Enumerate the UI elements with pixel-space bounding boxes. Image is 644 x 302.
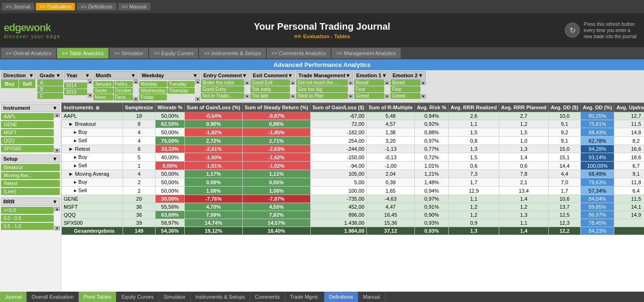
sidebar-instrument-scroll-up[interactable]: ▲ <box>54 113 60 117</box>
filter-month-jan[interactable]: January <box>93 81 113 87</box>
filter-weekday-fri[interactable]: Friday <box>139 94 167 100</box>
nav-manual[interactable]: >> Manual <box>118 3 150 10</box>
tab-simulator[interactable]: >> Simulator <box>109 48 148 58</box>
filter-trade-scroll-down[interactable]: ▼ <box>348 94 353 98</box>
filter-grade-a[interactable]: A <box>37 80 63 86</box>
filter-weekday-wed[interactable]: Wednesday <box>139 88 167 94</box>
filter-year-2015[interactable]: 2015 <box>64 89 87 95</box>
sidebar-setup-leer[interactable]: (Leer) <box>1 188 60 195</box>
filter-emotion2-bored[interactable]: Bored <box>390 80 421 86</box>
filter-emotion1-greed[interactable]: Greed <box>354 93 384 99</box>
filter-grade-c[interactable]: C <box>37 93 63 99</box>
refresh-button[interactable]: ↻ <box>565 23 580 38</box>
th-sum-gain-loss-dollar[interactable]: Sum of Gain/Loss ($) <box>310 103 366 112</box>
filter-emotion1-fear[interactable]: Fear <box>354 86 384 92</box>
th-sum-gain-loss-pct[interactable]: Sum of Gain/Loss (%) <box>185 103 243 112</box>
filter-weekday-scroll-up[interactable]: ▲ <box>195 80 200 84</box>
filter-entry-scroll-down[interactable]: ▼ <box>245 94 249 98</box>
filter-exit-too-early[interactable]: Too early <box>250 86 290 92</box>
filter-month-feb[interactable]: Febru... <box>114 81 133 87</box>
filter-month-sep[interactable]: Septe... <box>93 88 113 94</box>
sidebar-instrument-aapl[interactable]: AAPL <box>1 113 54 120</box>
bottom-tab-equity-curves[interactable]: Equity Curves <box>116 292 158 302</box>
filter-emotion1-bored[interactable]: Bored <box>354 80 384 86</box>
filter-emotion2-scroll-down[interactable]: ▼ <box>421 94 426 98</box>
filter-emotion2-greed[interactable]: Greed <box>390 93 421 99</box>
filter-trade-scroll-up[interactable]: ▲ <box>348 81 353 85</box>
filter-entry-not-in-trading[interactable]: Not in Tradin... <box>201 93 244 99</box>
filter-month-oct[interactable]: October <box>114 88 133 94</box>
bottom-tab-overall-eval[interactable]: Overall Evaluation <box>27 292 79 302</box>
filter-year-2014[interactable]: 2014 <box>64 82 87 89</box>
th-avg-dd-pct[interactable]: Avg. DD (%) <box>580 103 614 112</box>
filter-exit-too-late[interactable]: Too late <box>250 93 290 99</box>
bottom-tab-definitions[interactable]: Definitions <box>324 292 358 302</box>
filter-year-scroll-up[interactable]: ▲ <box>88 80 92 84</box>
filter-exit-scroll-up[interactable]: ▲ <box>290 81 295 85</box>
filter-sell-btn[interactable]: Sell <box>19 80 36 88</box>
tab-instruments-setups[interactable]: >> Instruments & Setups <box>199 48 265 58</box>
bottom-tab-comments[interactable]: Comments <box>250 292 285 302</box>
filter-month-scroll-down[interactable]: ▼ <box>133 97 138 101</box>
filter-month-nov[interactable]: Nove... <box>93 94 113 100</box>
sidebar-instrument-scroll-down[interactable]: ▼ <box>54 148 60 153</box>
filter-emotion1-scroll-up[interactable]: ▲ <box>385 81 389 85</box>
filter-weekday-scroll-down[interactable]: ▼ <box>195 97 200 101</box>
tab-equity-curves[interactable]: >> Equity Curves <box>149 48 198 58</box>
sidebar-rrr-ge5[interactable]: >=5.0 <box>1 207 54 214</box>
filter-month-scroll-up[interactable]: ▲ <box>133 80 138 84</box>
filter-entry-broke-rules[interactable]: Broke the rules <box>201 80 244 86</box>
sidebar-instrument-qqq[interactable]: QQQ <box>1 137 54 144</box>
th-sum-r-multiple[interactable]: Sum of R-Multiple <box>366 103 415 112</box>
bottom-tab-instruments-setups[interactable]: Instruments & Setups <box>190 292 250 302</box>
filter-weekday-mon[interactable]: Monday <box>139 81 167 87</box>
th-avg-rrr-planned[interactable]: Avg. RRR Planned <box>499 103 548 112</box>
sidebar-setup-breakout[interactable]: Breakout <box>1 164 60 171</box>
th-avg-rrr-realized[interactable]: Avg. RRR Realized <box>448 103 499 112</box>
filter-emotion2-scroll-up[interactable]: ▲ <box>421 81 426 85</box>
filter-weekday-thu[interactable]: Thursday <box>167 88 195 94</box>
th-avg-risk[interactable]: Avg. Risk % <box>415 103 449 112</box>
sidebar-instrument-msft[interactable]: MSFT <box>1 129 54 136</box>
sidebar-setup-retest[interactable]: Retest <box>1 180 60 187</box>
sidebar-setup-moving-ave[interactable]: Moving Ave... <box>1 172 60 179</box>
tab-table-analytics[interactable]: >> Table Analytics <box>57 48 108 58</box>
nav-definitions[interactable]: >> Definitions <box>77 3 116 10</box>
filter-year-scroll-down[interactable]: ▼ <box>88 93 92 98</box>
filter-exit-good-exit[interactable]: Good Exit <box>250 80 290 86</box>
th-samplesize[interactable]: Samplesize <box>123 103 156 112</box>
filter-month-dec[interactable]: Dece... <box>114 94 133 100</box>
filter-trade-size-big[interactable]: Size too big <box>296 86 348 92</box>
th-instruments[interactable]: Instruments ⊞ <box>62 103 123 112</box>
bottom-tab-manual[interactable]: Manual <box>358 292 385 302</box>
filter-emotion1-scroll-down[interactable]: ▼ <box>385 94 389 98</box>
nav-evaluation[interactable]: >> Evaluation <box>36 3 75 10</box>
filter-weekday-tue[interactable]: Tuesday <box>167 81 195 87</box>
filter-entry-scroll-up[interactable]: ▲ <box>245 81 249 85</box>
bottom-tab-simulator[interactable]: Simulator <box>159 292 190 302</box>
sidebar-rrr-0-0-5[interactable]: 0.0 - 0.5 <box>1 215 54 222</box>
tab-comments-analytics[interactable]: >> Comments Analytics <box>267 48 331 58</box>
nav-journal[interactable]: >> Journal <box>2 3 34 10</box>
filter-entry-good-entry[interactable]: Good Entry <box>201 86 244 92</box>
bottom-tab-journal[interactable]: Journal <box>0 292 27 302</box>
th-avg-updraw-dollar[interactable]: Avg. Updraw ($) <box>614 103 644 112</box>
th-winrate[interactable]: Winrate % <box>155 103 184 112</box>
tab-overall-analytics[interactable]: >> Overall Analytics <box>1 48 56 58</box>
filter-exit-scroll-down[interactable]: ▼ <box>290 94 295 98</box>
filter-trade-stick-plan[interactable]: Stick to Plan <box>296 93 348 99</box>
th-avg-dd-dollar[interactable]: Avg. DD ($) <box>549 103 581 112</box>
filter-buy-btn[interactable]: Buy <box>1 80 18 88</box>
table-container[interactable]: Instruments ⊞ Samplesize Winrate % Sum o… <box>61 103 644 292</box>
th-sum-steady-return[interactable]: Sum of Steady Return (%) <box>242 103 310 112</box>
sidebar-rrr-scroll-up[interactable]: ▲ <box>54 207 60 211</box>
filter-trade-no-touch[interactable]: Did not touch the ... <box>296 80 348 86</box>
filter-emotion2-fear[interactable]: Fear <box>390 86 421 92</box>
sidebar-rrr-scroll-down[interactable]: ▼ <box>54 226 60 230</box>
bottom-tab-pivot-tables[interactable]: Pivot Tables <box>79 292 116 302</box>
tab-management-analytics[interactable]: >> Management Analytics <box>331 48 401 58</box>
bottom-tab-trade-mgmt[interactable]: Trade Mgmt. <box>285 292 324 302</box>
sidebar-instrument-spx500[interactable]: SPX500 <box>1 145 54 152</box>
sidebar-instrument-gene[interactable]: GENE <box>1 121 54 128</box>
sidebar-rrr-0-5-1[interactable]: 0.5 - 1.0 <box>1 223 54 230</box>
